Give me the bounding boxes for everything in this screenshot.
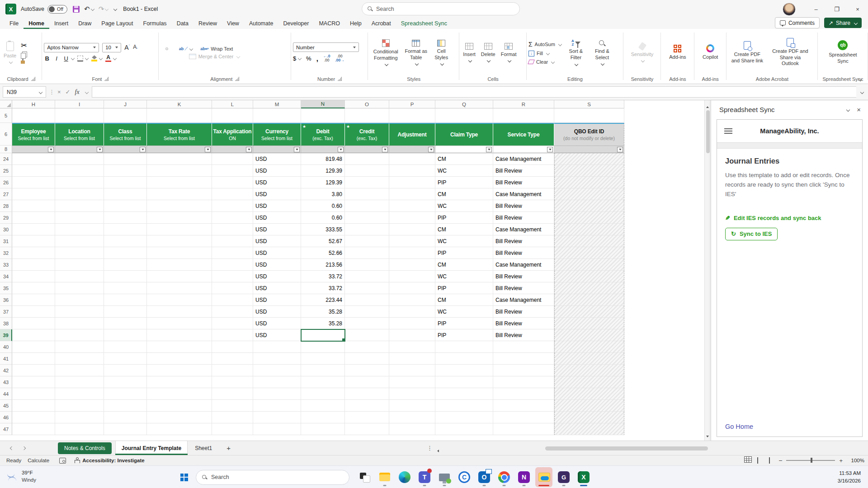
cell-n41[interactable] bbox=[301, 353, 345, 365]
cell-q37[interactable]: WC bbox=[435, 306, 493, 318]
underline-button[interactable]: U bbox=[63, 55, 74, 62]
taskbar-icon-excel[interactable]: X bbox=[575, 467, 592, 487]
close-button[interactable]: × bbox=[847, 0, 868, 18]
autosave-control[interactable]: AutoSave Off bbox=[21, 5, 67, 14]
sync-to-ies-button[interactable]: ↻ Sync to IES bbox=[725, 228, 778, 240]
cell-j27[interactable] bbox=[104, 188, 147, 200]
cell-i32[interactable] bbox=[55, 247, 104, 259]
zoom-out-icon[interactable]: − bbox=[778, 457, 782, 464]
align-middle-button[interactable] bbox=[165, 47, 168, 50]
cell-m36[interactable]: USD bbox=[253, 294, 301, 306]
cell-o36[interactable] bbox=[345, 294, 389, 306]
increase-indent-button[interactable] bbox=[180, 56, 182, 57]
cell-l44[interactable] bbox=[212, 388, 253, 400]
fill-color-button[interactable] bbox=[91, 55, 102, 61]
row-header-6[interactable]: 6 bbox=[0, 123, 12, 145]
cut-button[interactable]: ✂ bbox=[21, 41, 27, 50]
sheet-tab-journal-entry-template[interactable]: Journal Entry Template bbox=[115, 441, 188, 455]
cell-j33[interactable] bbox=[104, 259, 147, 271]
cell-j28[interactable] bbox=[104, 200, 147, 212]
cell-l35[interactable] bbox=[212, 282, 253, 294]
table-header-claim-type[interactable]: Claim Type bbox=[435, 123, 493, 145]
format-as-table-button[interactable]: Format as Table bbox=[402, 38, 429, 67]
sheet-tab-notes-controls[interactable]: Notes & Controls bbox=[58, 442, 112, 454]
cell-h42[interactable] bbox=[12, 365, 55, 376]
cell-j35[interactable] bbox=[104, 282, 147, 294]
font-color-button[interactable]: A bbox=[105, 55, 116, 62]
ribbon-tab-data[interactable]: Data bbox=[172, 19, 193, 29]
cell-l38[interactable] bbox=[212, 318, 253, 329]
filter-dropdown-icon[interactable] bbox=[617, 147, 623, 152]
zoom-slider[interactable]: − + bbox=[778, 457, 843, 464]
create-pdf-share-outlook-button[interactable]: Create PDF and Share via Outlook bbox=[769, 36, 811, 69]
row-header-33[interactable]: 33 bbox=[0, 259, 12, 271]
delete-cells-button[interactable]: Delete bbox=[479, 41, 497, 64]
confirm-entry-button[interactable]: ✓ bbox=[66, 89, 71, 95]
cell-j31[interactable] bbox=[104, 235, 147, 247]
cell-j37[interactable] bbox=[104, 306, 147, 318]
italic-button[interactable]: I bbox=[53, 55, 60, 62]
filter-cell-j[interactable] bbox=[104, 145, 147, 153]
row-header-32[interactable]: 32 bbox=[0, 247, 12, 259]
cell-q44[interactable] bbox=[435, 388, 493, 400]
orientation-button[interactable]: ab⟋ bbox=[179, 46, 193, 52]
cell-q43[interactable] bbox=[435, 376, 493, 388]
cell-p46[interactable] bbox=[389, 412, 435, 423]
column-header-m[interactable]: M bbox=[253, 100, 301, 108]
cell-o26[interactable] bbox=[345, 177, 389, 188]
cell-h5[interactable] bbox=[12, 108, 55, 123]
normal-view-button[interactable] bbox=[744, 459, 749, 462]
table-header-employee[interactable]: EmployeeSelect from list bbox=[12, 123, 55, 145]
row-header-44[interactable]: 44 bbox=[0, 388, 12, 400]
cell-i26[interactable] bbox=[55, 177, 104, 188]
taskbar-icon-quickbooks-tool[interactable]: G bbox=[555, 467, 572, 487]
cell-l34[interactable] bbox=[212, 271, 253, 282]
cell-q34[interactable]: WC bbox=[435, 271, 493, 282]
cell-i41[interactable] bbox=[55, 353, 104, 365]
cell-s40[interactable] bbox=[554, 341, 624, 353]
column-header-o[interactable]: O bbox=[345, 100, 389, 108]
cell-h41[interactable] bbox=[12, 353, 55, 365]
cell-s42[interactable] bbox=[554, 365, 624, 376]
minimize-button[interactable]: – bbox=[806, 0, 826, 18]
cell-o44[interactable] bbox=[345, 388, 389, 400]
cell-m5[interactable] bbox=[253, 108, 301, 123]
cell-i29[interactable] bbox=[55, 212, 104, 224]
ribbon-tab-view[interactable]: View bbox=[222, 19, 244, 29]
cell-i37[interactable] bbox=[55, 306, 104, 318]
column-header-r[interactable]: R bbox=[493, 100, 554, 108]
cell-k30[interactable] bbox=[147, 224, 212, 235]
cell-s45[interactable] bbox=[554, 400, 624, 412]
cell-o25[interactable] bbox=[345, 165, 389, 177]
cell-n44[interactable] bbox=[301, 388, 345, 400]
number-format-select[interactable]: Number bbox=[293, 42, 359, 52]
cell-r45[interactable] bbox=[493, 400, 554, 412]
cell-p38[interactable] bbox=[389, 318, 435, 329]
cell-o27[interactable] bbox=[345, 188, 389, 200]
cell-r32[interactable]: Bill Review bbox=[493, 247, 554, 259]
cell-s41[interactable] bbox=[554, 353, 624, 365]
cell-r37[interactable]: Bill Review bbox=[493, 306, 554, 318]
cell-j29[interactable] bbox=[104, 212, 147, 224]
cell-r5[interactable] bbox=[493, 108, 554, 123]
cell-j44[interactable] bbox=[104, 388, 147, 400]
cell-m34[interactable]: USD bbox=[253, 271, 301, 282]
cell-l42[interactable] bbox=[212, 365, 253, 376]
cell-r36[interactable]: Case Management bbox=[493, 294, 554, 306]
cell-l29[interactable] bbox=[212, 212, 253, 224]
cell-o39[interactable] bbox=[345, 329, 389, 341]
cell-s35[interactable] bbox=[554, 282, 624, 294]
cell-s46[interactable] bbox=[554, 412, 624, 423]
add-sheet-button[interactable]: + bbox=[226, 444, 231, 452]
cell-n39[interactable] bbox=[301, 329, 345, 341]
horizontal-scrollbar[interactable] bbox=[445, 446, 709, 450]
font-size-select[interactable]: 10 bbox=[102, 43, 121, 52]
filter-cell-p[interactable] bbox=[389, 145, 435, 153]
filter-dropdown-icon[interactable] bbox=[428, 147, 434, 152]
page-layout-view-button[interactable] bbox=[755, 456, 760, 465]
cell-i47[interactable] bbox=[55, 423, 104, 435]
cell-s39[interactable] bbox=[554, 329, 624, 341]
cell-i43[interactable] bbox=[55, 376, 104, 388]
row-header-43[interactable]: 43 bbox=[0, 376, 12, 388]
cell-k46[interactable] bbox=[147, 412, 212, 423]
